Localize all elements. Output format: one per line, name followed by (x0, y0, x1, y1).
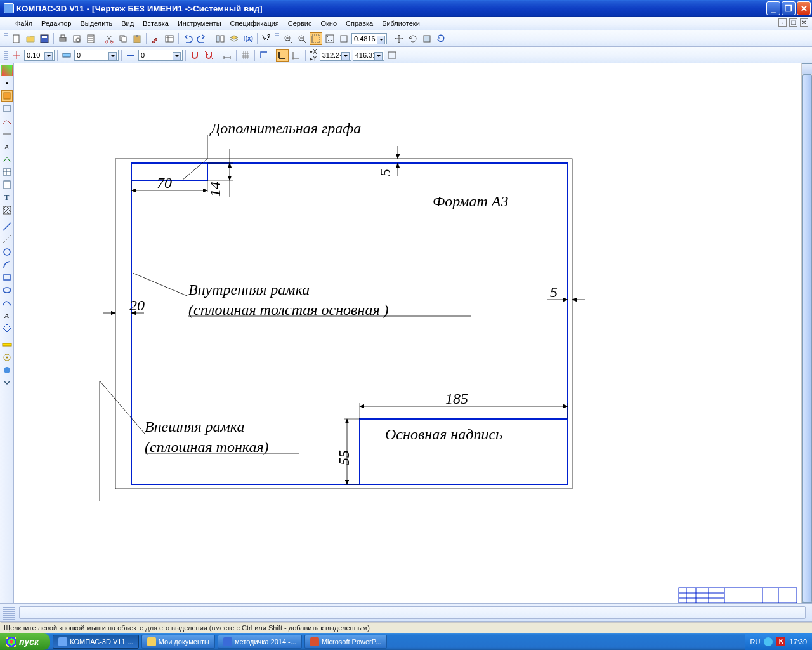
coord-x-field[interactable]: 312.24 (320, 50, 351, 61)
step-icon[interactable] (10, 49, 23, 62)
hatch-tool-icon[interactable] (1, 204, 13, 216)
bezier-tool-icon[interactable] (1, 297, 13, 308)
zoom-combo[interactable]: 0.4816 (351, 33, 387, 44)
roughness-icon[interactable] (1, 154, 13, 165)
grid-icon[interactable] (239, 49, 252, 62)
rect-tool-icon[interactable] (1, 272, 13, 283)
cut-icon[interactable] (103, 32, 115, 45)
spec-tool-icon[interactable] (1, 179, 13, 190)
task-kompas[interactable]: КОМПАС-3D V11 ... (53, 635, 139, 649)
grip-handle[interactable] (275, 33, 279, 44)
layer-icon[interactable] (60, 49, 73, 62)
zoom-window-icon[interactable] (310, 32, 322, 45)
redo-icon[interactable] (195, 32, 208, 45)
menu-tools[interactable]: Инструменты (174, 18, 225, 29)
line-tool-icon[interactable] (1, 221, 13, 232)
grip-handle[interactable] (3, 606, 15, 620)
lang-indicator[interactable]: RU (750, 638, 761, 646)
menu-window[interactable]: Окно (317, 18, 341, 29)
task-powerpoint[interactable]: Microsoft PowerP... (304, 635, 387, 649)
menu-file[interactable]: Файл (11, 18, 36, 29)
step-combo[interactable]: 0.10 (24, 50, 55, 61)
undo-icon[interactable] (181, 32, 194, 45)
grip-handle[interactable] (4, 33, 8, 44)
menu-edit[interactable]: Редактор (37, 18, 75, 29)
redraw-icon[interactable] (421, 32, 433, 45)
ellipse-tool-icon[interactable] (1, 284, 13, 296)
style-icon[interactable] (124, 49, 137, 62)
clock[interactable]: 17:39 (789, 638, 807, 646)
menu-insert[interactable]: Вставка (139, 18, 173, 29)
help-icon[interactable]: ? (260, 32, 273, 45)
preview-icon[interactable] (70, 32, 83, 45)
maximize-button[interactable]: ❐ (782, 1, 796, 15)
geometry-tool-icon[interactable] (1, 65, 13, 76)
designation-a-icon[interactable]: A (1, 141, 13, 152)
point-tool-icon[interactable] (1, 77, 13, 89)
variables-icon[interactable]: f(x) (242, 32, 254, 45)
task-documents[interactable]: Мои документы (141, 635, 215, 649)
menu-select[interactable]: Выделить (76, 18, 116, 29)
layer-combo[interactable]: 0 (74, 50, 119, 61)
mdi-close-button[interactable]: × (800, 18, 808, 27)
save-icon[interactable] (38, 32, 51, 45)
mdi-restore-button[interactable]: □ (789, 18, 797, 27)
menu-help[interactable]: Справка (342, 18, 377, 29)
snap-magnet-icon[interactable] (188, 49, 201, 62)
menu-service[interactable]: Сервис (284, 18, 316, 29)
arc-tool-icon[interactable] (1, 259, 13, 270)
task-word[interactable]: методичка 2014 -... (218, 635, 302, 649)
dimension-tool-icon[interactable] (1, 128, 13, 140)
refresh-icon[interactable] (435, 32, 447, 45)
style-combo[interactable]: 0 (138, 50, 183, 61)
spec-icon[interactable] (84, 32, 97, 45)
snap-off-icon[interactable] (202, 49, 215, 62)
spline-tool-icon[interactable] (1, 116, 13, 127)
open-icon[interactable] (24, 32, 37, 45)
start-button[interactable]: пуск (0, 633, 50, 650)
menu-libs[interactable]: Библиотеки (378, 18, 424, 29)
grip-handle[interactable] (4, 50, 8, 61)
pan-icon[interactable] (393, 32, 405, 45)
aux-line-tool-icon[interactable] (1, 234, 13, 245)
params-tool-icon[interactable] (1, 352, 13, 363)
mdi-minimize-button[interactable]: - (778, 18, 787, 27)
tray-shield-icon[interactable] (764, 637, 773, 646)
library-tool-icon[interactable] (1, 364, 13, 376)
grip-handle[interactable] (4, 18, 8, 29)
zoom-all-icon[interactable] (337, 32, 350, 45)
dim-mode-icon[interactable] (221, 49, 233, 62)
text-tool-icon[interactable]: T (1, 192, 13, 203)
layers-icon[interactable] (228, 32, 240, 45)
properties-icon[interactable] (163, 32, 176, 45)
contour-tool-icon[interactable] (1, 322, 13, 334)
table-tool-icon[interactable] (1, 166, 13, 178)
paste-icon[interactable] (131, 32, 143, 45)
brush-icon[interactable] (149, 32, 162, 45)
copy-icon[interactable] (117, 32, 129, 45)
new-icon[interactable] (10, 32, 23, 45)
circle-tool-icon[interactable] (1, 246, 13, 258)
tray-k-icon[interactable]: K (776, 637, 785, 646)
text-a-icon[interactable]: A (1, 310, 13, 321)
coord-lock-icon[interactable] (386, 49, 398, 62)
minimize-button[interactable]: _ (766, 1, 780, 15)
zoom-in-icon[interactable] (282, 32, 294, 45)
zoom-out-icon[interactable] (296, 32, 308, 45)
menu-spec[interactable]: Спецификация (226, 18, 283, 29)
vertical-scrollbar[interactable] (801, 63, 812, 613)
print-icon[interactable] (56, 32, 69, 45)
property-panel[interactable] (19, 606, 806, 619)
collapse-icon[interactable] (1, 377, 13, 388)
rotate-icon[interactable] (407, 32, 419, 45)
close-button[interactable]: ✕ (797, 1, 811, 15)
select-tool-icon[interactable] (1, 90, 13, 102)
measure-tool-icon[interactable] (1, 339, 13, 350)
local-cs-icon[interactable] (276, 49, 289, 62)
menu-view[interactable]: Вид (117, 18, 138, 29)
coord-y-field[interactable]: 416.31 (353, 50, 384, 61)
manager-icon[interactable] (214, 32, 226, 45)
system-tray[interactable]: RU K 17:39 (745, 633, 812, 650)
scroll-up-icon[interactable] (802, 63, 812, 74)
global-cs-icon[interactable] (290, 49, 303, 62)
